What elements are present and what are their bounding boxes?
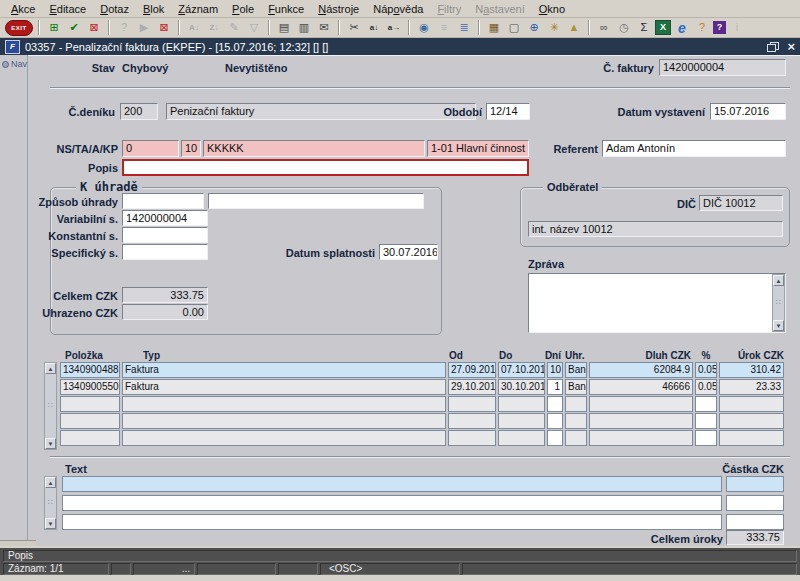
menu-item-nástroje[interactable]: Nástroje <box>311 2 366 16</box>
scroll-up-icon[interactable]: ▲ <box>45 477 56 488</box>
cut-icon[interactable]: ✂ <box>345 20 363 36</box>
items-cell-dluh[interactable] <box>589 413 693 429</box>
excel-icon[interactable]: X <box>655 20 671 35</box>
items-cell-pct[interactable]: 0.050 <box>695 362 717 378</box>
datum-vystaveni-field[interactable]: 15.07.2016 <box>710 103 786 120</box>
globe-icon[interactable]: ⊕ <box>525 20 543 36</box>
items-cell-polozka[interactable] <box>60 396 120 412</box>
zprava-textarea[interactable] <box>528 273 786 333</box>
items-cell-polozka[interactable] <box>60 413 120 429</box>
celkem-uroky-field[interactable]: 333.75 <box>726 530 784 545</box>
c-faktury-field[interactable]: 1420000004 <box>659 59 786 76</box>
text-row-castka[interactable] <box>726 514 784 530</box>
ns-field-4[interactable]: 1-01 Hlavní činnost <box>427 140 529 157</box>
mail-icon[interactable]: ✉ <box>315 20 333 36</box>
delete-record-icon[interactable]: ⊠ <box>85 20 103 36</box>
scroll-grip[interactable]: ∷ <box>48 402 53 410</box>
items-cell-pct[interactable]: 0.050 <box>695 379 717 395</box>
menu-item-pole[interactable]: Pole <box>225 2 261 16</box>
items-cell-pct[interactable] <box>695 430 717 446</box>
items-cell-uhr[interactable] <box>565 396 587 412</box>
menu-item-záznam[interactable]: Záznam <box>171 2 225 16</box>
items-cell-typ[interactable] <box>122 413 446 429</box>
items-cell-dluh[interactable] <box>589 396 693 412</box>
search-icon[interactable]: ◉ <box>415 20 433 36</box>
menu-item-okno[interactable]: Okno <box>532 2 572 16</box>
popis-field[interactable] <box>122 159 529 176</box>
scroll-grip[interactable]: ∷ <box>776 299 781 307</box>
menu-item-blok[interactable]: Blok <box>136 2 171 16</box>
items-cell-urok[interactable] <box>719 396 784 412</box>
copy-record-icon[interactable]: a→ <box>385 20 403 36</box>
items-cell-dni[interactable] <box>547 413 563 429</box>
items-cell-pct[interactable] <box>695 413 717 429</box>
items-cell-dluh[interactable]: 62084.9 <box>589 362 693 378</box>
c-deniku-field[interactable]: 200 <box>120 103 158 120</box>
text-scrollbar[interactable]: ▲ ∷ ▼ <box>44 476 57 530</box>
sum-icon[interactable]: Σ <box>635 20 653 36</box>
copy-field-icon[interactable]: a↓ <box>365 20 383 36</box>
restore-window-icon[interactable] <box>767 42 779 52</box>
document-icon[interactable]: ▢ <box>505 20 523 36</box>
items-cell-uhr[interactable]: Bank <box>565 379 587 395</box>
items-scrollbar[interactable]: ▲ ∷ ▼ <box>44 362 57 450</box>
pyramid-icon[interactable]: ▲ <box>565 20 583 36</box>
cancel-query-icon[interactable]: ⊠ <box>155 20 173 36</box>
save-record-icon[interactable]: ✔ <box>65 20 83 36</box>
specificky-field[interactable] <box>122 244 208 260</box>
celkem-czk-field[interactable]: 333.75 <box>122 287 208 303</box>
items-cell-od[interactable]: 27.09.2013 <box>448 362 496 378</box>
items-cell-typ[interactable] <box>122 396 446 412</box>
text-row-text[interactable] <box>62 514 722 530</box>
items-cell-do[interactable] <box>498 430 545 446</box>
items-cell-dluh[interactable]: 46666 <box>589 379 693 395</box>
zpusob-uhrady-field-2[interactable] <box>208 193 424 209</box>
items-cell-do[interactable]: 30.10.2013 <box>498 379 545 395</box>
menu-item-akce[interactable]: Akce <box>4 2 42 16</box>
gauge-icon[interactable]: ◷ <box>615 20 633 36</box>
close-window-icon[interactable]: × <box>787 42 795 52</box>
items-cell-polozka[interactable] <box>60 430 120 446</box>
menu-item-dotaz[interactable]: Dotaz <box>93 2 136 16</box>
items-cell-pct[interactable] <box>695 396 717 412</box>
ns-field-1[interactable]: 0 <box>122 140 179 157</box>
items-cell-od[interactable] <box>448 413 496 429</box>
text-row-text[interactable] <box>62 476 722 492</box>
tree-icon[interactable]: ≣ <box>455 20 473 36</box>
explorer-icon[interactable]: e <box>673 20 691 36</box>
menu-item-nápověda[interactable]: Nápověda <box>366 2 430 16</box>
menu-item-editace[interactable]: Editace <box>42 2 93 16</box>
help-context-icon[interactable]: ? <box>713 21 726 34</box>
items-cell-polozka[interactable]: 1340900550 <box>60 379 120 395</box>
zpusob-uhrady-field-1[interactable] <box>122 193 204 209</box>
items-cell-od[interactable] <box>448 396 496 412</box>
print-setup-icon[interactable]: ▥ <box>295 20 313 36</box>
items-cell-dni[interactable] <box>547 396 563 412</box>
items-cell-typ[interactable]: Faktura <box>122 379 446 395</box>
zprava-scrollbar[interactable]: ▲ ∷ ▼ <box>772 274 785 332</box>
obdobi-field[interactable]: 12/14 <box>486 103 530 120</box>
items-cell-dni[interactable] <box>547 430 563 446</box>
insert-record-icon[interactable]: ⊞ <box>45 20 63 36</box>
scroll-down-icon[interactable]: ▼ <box>45 438 56 449</box>
items-cell-typ[interactable] <box>122 430 446 446</box>
scroll-down-icon[interactable]: ▼ <box>45 518 56 529</box>
text-row-castka[interactable] <box>726 495 784 511</box>
dic-field[interactable]: DIČ 10012 <box>699 195 783 211</box>
keys-icon[interactable]: ∞ <box>595 20 613 36</box>
items-cell-do[interactable] <box>498 396 545 412</box>
items-cell-uhr[interactable]: Bank <box>565 362 587 378</box>
items-cell-urok[interactable] <box>719 430 784 446</box>
items-cell-uhr[interactable] <box>565 430 587 446</box>
items-cell-urok[interactable] <box>719 413 784 429</box>
items-cell-dluh[interactable] <box>589 430 693 446</box>
items-cell-uhr[interactable] <box>565 413 587 429</box>
menu-item-funkce[interactable]: Funkce <box>261 2 311 16</box>
text-row-text[interactable] <box>62 495 722 511</box>
nav-tab[interactable]: Nav <box>2 59 27 69</box>
items-cell-dni[interactable]: 1 <box>547 379 563 395</box>
odberatel-nazev-field[interactable]: int. název 10012 <box>528 221 783 237</box>
referent-field[interactable]: Adam Antonín <box>602 140 786 157</box>
konstantni-field[interactable] <box>122 227 208 243</box>
items-cell-urok[interactable]: 310.42 <box>719 362 784 378</box>
